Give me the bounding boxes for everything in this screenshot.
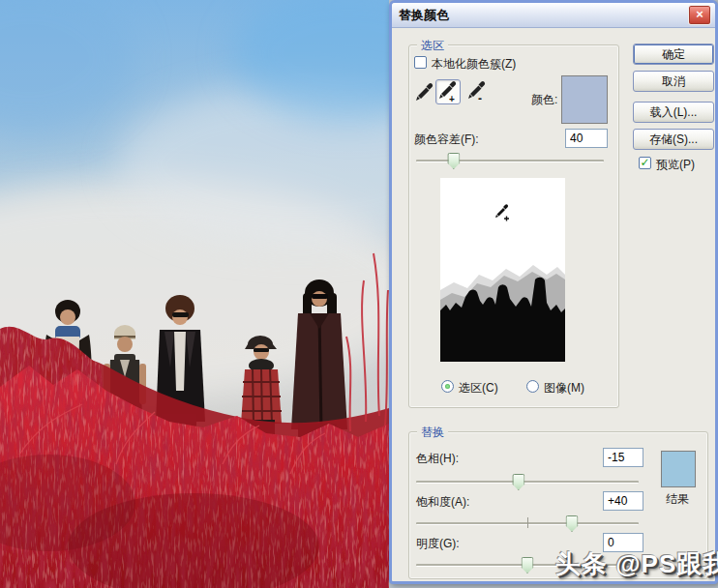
eyedropper-minus-icon[interactable]: - xyxy=(464,80,490,105)
close-icon[interactable]: × xyxy=(688,5,711,25)
fuzziness-slider-thumb[interactable] xyxy=(447,153,460,169)
lightness-label: 明度(G): xyxy=(416,536,460,552)
svg-text:+: + xyxy=(449,94,455,103)
selection-group-label: 选区 xyxy=(417,38,448,54)
replace-color-dialog: 替换颜色 × 选区 本地化颜色簇(Z) + - 颜色: 颜色容差(F): xyxy=(389,0,718,584)
fuzziness-label: 颜色容差(F): xyxy=(414,132,479,148)
dialog-titlebar[interactable]: 替换颜色 × xyxy=(392,3,715,28)
load-button[interactable]: 载入(L)... xyxy=(633,102,714,123)
eyedropper-icon[interactable] xyxy=(412,80,437,105)
hue-slider-thumb[interactable] xyxy=(512,474,524,490)
slider-track xyxy=(416,160,604,162)
document-canvas[interactable] xyxy=(0,0,389,588)
eyedropper-plus-icon[interactable]: + xyxy=(435,79,461,104)
saturation-slider[interactable] xyxy=(416,514,639,530)
saturation-label: 饱和度(A): xyxy=(416,494,469,511)
hue-slider[interactable] xyxy=(416,473,639,488)
fuzziness-slider[interactable] xyxy=(416,152,604,167)
hue-label: 色相(H): xyxy=(416,451,459,467)
saturation-slider-thumb[interactable] xyxy=(566,515,579,532)
svg-text:-: - xyxy=(478,92,482,103)
preview-checkbox-label: 预览(P) xyxy=(656,157,695,173)
result-label: 结果 xyxy=(666,491,689,508)
selection-preview-thumbnail[interactable] xyxy=(440,178,565,362)
color-label: 颜色: xyxy=(531,92,557,108)
replacement-group-label: 替换 xyxy=(417,425,448,441)
localized-clusters-checkbox[interactable] xyxy=(414,56,427,69)
check-icon: ✓ xyxy=(640,156,649,169)
saturation-input[interactable] xyxy=(603,491,643,511)
hue-input[interactable] xyxy=(603,448,643,467)
photo-image xyxy=(0,0,389,588)
result-color-swatch[interactable] xyxy=(661,451,696,487)
preview-image-radio[interactable] xyxy=(526,380,539,393)
localized-clusters-label: 本地化颜色簇(Z) xyxy=(432,56,516,73)
fuzziness-input[interactable] xyxy=(565,129,608,148)
preview-selection-label: 选区(C) xyxy=(459,380,498,397)
selected-color-swatch[interactable] xyxy=(561,75,608,124)
slider-center-tick xyxy=(527,517,528,528)
dialog-title: 替换颜色 xyxy=(399,7,449,24)
watermark-text: 头条 @PS跟我学 xyxy=(555,547,718,581)
cancel-button[interactable]: 取消 xyxy=(633,71,714,92)
preview-checkbox[interactable]: ✓ xyxy=(639,157,651,169)
save-button[interactable]: 存储(S)... xyxy=(633,129,714,150)
preview-selection-radio[interactable] xyxy=(441,380,454,393)
ok-button[interactable]: 确定 xyxy=(633,44,714,65)
lightness-slider-thumb[interactable] xyxy=(522,557,534,573)
slider-track xyxy=(416,481,639,484)
preview-image-label: 图像(M) xyxy=(544,380,584,397)
